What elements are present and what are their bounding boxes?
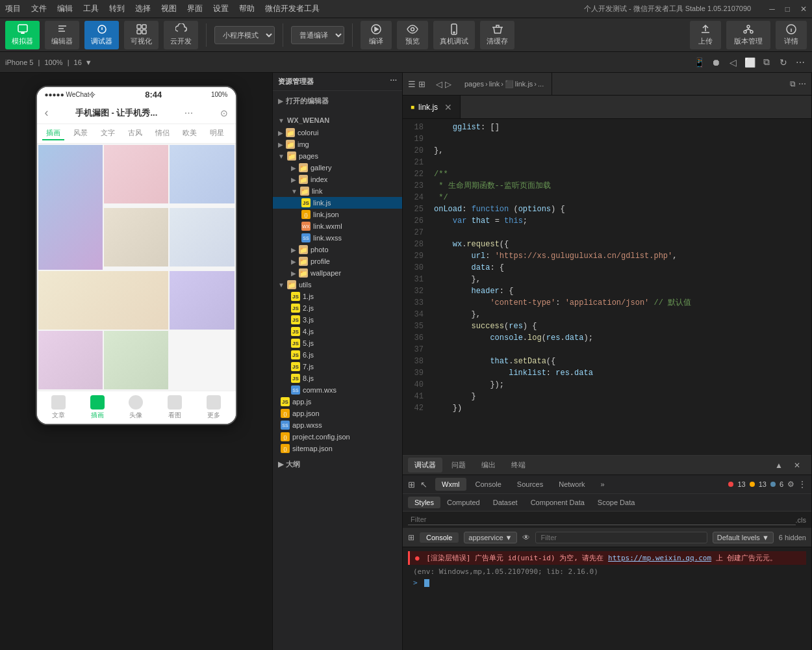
- record-icon[interactable]: ⏺: [709, 56, 722, 69]
- tree-item-appjson[interactable]: {} app.json: [273, 408, 402, 419]
- panel-tab-more[interactable]: »: [594, 478, 611, 491]
- console-eye-icon[interactable]: 👁: [522, 533, 530, 542]
- tree-item-pages[interactable]: ▼ 📁 pages: [273, 150, 402, 162]
- menu-item-project[interactable]: 项目: [5, 3, 21, 14]
- panel-tab-wxml[interactable]: Wxml: [435, 478, 466, 491]
- tree-item-link-js[interactable]: JS link.js: [273, 197, 402, 209]
- phone-nav-avatar[interactable]: 头像: [129, 395, 143, 420]
- phone-grid-item-1[interactable]: [38, 145, 103, 270]
- expand-section[interactable]: ▶ 大纲: [273, 457, 402, 472]
- tree-item-2js[interactable]: JS 2.js: [273, 302, 402, 314]
- panel-tab-console[interactable]: Console: [469, 478, 508, 491]
- nav-back-icon[interactable]: ◁: [436, 79, 442, 89]
- devtools-tab-terminal[interactable]: 终端: [505, 458, 532, 473]
- phone-tab-couple[interactable]: 情侣: [151, 127, 173, 140]
- console-inspect-icon[interactable]: ⊞: [408, 533, 414, 542]
- tree-item-appwxss[interactable]: SS app.wxss: [273, 419, 402, 431]
- phone-tab-celebrity[interactable]: 明星: [206, 127, 228, 140]
- back-icon[interactable]: ◁: [726, 56, 739, 69]
- tree-item-7js[interactable]: JS 7.js: [273, 361, 402, 372]
- menu-item-settings[interactable]: 设置: [213, 3, 229, 14]
- style-tab-dataset[interactable]: Dataset: [487, 497, 524, 508]
- tree-item-6js[interactable]: JS 6.js: [273, 349, 402, 361]
- menu-item-interface[interactable]: 界面: [187, 3, 203, 14]
- close-btn[interactable]: ✕: [800, 5, 807, 14]
- close-panel-icon[interactable]: ✕: [791, 459, 804, 472]
- menu-item-view[interactable]: 视图: [161, 3, 177, 14]
- editor-button[interactable]: 编辑器: [45, 21, 79, 49]
- tree-item-utils[interactable]: ▼ 📁 utils: [273, 279, 402, 291]
- visualize-button[interactable]: 可视化: [124, 21, 159, 49]
- phone-nav-illustration[interactable]: 插画: [90, 395, 105, 420]
- phone-tab-illustration[interactable]: 插画: [42, 127, 64, 140]
- phone-grid-item-6[interactable]: [38, 271, 169, 330]
- console-level-select[interactable]: Default levels ▼: [713, 532, 774, 543]
- debugger-button[interactable]: 调试器: [84, 21, 119, 49]
- panel-tab-network[interactable]: Network: [552, 478, 591, 491]
- phone-grid-item-5[interactable]: [170, 208, 234, 266]
- menu-item-tool[interactable]: 工具: [83, 3, 99, 14]
- style-tab-scope[interactable]: Scope Data: [591, 497, 641, 508]
- tree-item-colorui[interactable]: ▶ 📁 colorui: [273, 127, 402, 138]
- devtools-tab-debugger[interactable]: 调试器: [408, 458, 442, 473]
- phone-grid-item-7[interactable]: [170, 271, 234, 330]
- panel-pointer-icon[interactable]: ↖: [420, 480, 427, 489]
- devtools-tab-output[interactable]: 编出: [475, 458, 502, 473]
- up-icon[interactable]: ▲: [772, 459, 785, 472]
- console-filter-input[interactable]: [535, 532, 707, 543]
- tree-item-3js[interactable]: JS 3.js: [273, 314, 402, 326]
- menu-item-file[interactable]: 文件: [31, 3, 47, 14]
- project-section[interactable]: ▼ WX_WENAN: [273, 114, 402, 127]
- panel-inspect-icon[interactable]: ⊞: [408, 480, 415, 489]
- screen-icon[interactable]: ⬜: [743, 56, 756, 69]
- menu-item-select[interactable]: 选择: [135, 3, 151, 14]
- menu-item-help[interactable]: 帮助: [239, 3, 255, 14]
- phone-grid-item-4[interactable]: [104, 208, 168, 266]
- console-prompt[interactable]: >: [408, 577, 806, 588]
- tree-item-link[interactable]: ▼ 📁 link: [273, 185, 402, 197]
- error-link[interactable]: https://mp.weixin.qq.com: [608, 554, 711, 562]
- tree-item-link-wxml[interactable]: WX link.wxml: [273, 220, 402, 232]
- phone-nav-article[interactable]: 文章: [51, 395, 66, 420]
- phone-icon[interactable]: 📱: [692, 56, 705, 69]
- console-service-select[interactable]: appservice ▼: [464, 532, 516, 543]
- tree-item-gallery[interactable]: ▶ 📁 gallery: [273, 162, 402, 174]
- clear-cache-button[interactable]: 清缓存: [480, 21, 514, 49]
- menu-item-wechat[interactable]: 微信开发者工具: [265, 3, 320, 14]
- compile-button[interactable]: 编译: [361, 21, 392, 49]
- tree-item-img[interactable]: ▶ 📁 img: [273, 138, 402, 150]
- phone-grid-item-9[interactable]: [104, 331, 168, 389]
- compile-type-select[interactable]: 普通编译: [291, 26, 344, 44]
- active-editor-tab[interactable]: ■ link.js ✕: [403, 96, 461, 118]
- style-tab-computed[interactable]: Computed: [440, 497, 487, 508]
- tree-item-index[interactable]: ▶ 📁 index: [273, 174, 402, 185]
- style-tab-component[interactable]: Component Data: [524, 497, 591, 508]
- rotate-icon[interactable]: ↻: [777, 56, 790, 69]
- tree-item-8js[interactable]: JS 8.js: [273, 372, 402, 384]
- tree-item-commwxs[interactable]: SS comm.wxs: [273, 384, 402, 396]
- real-machine-button[interactable]: 真机调试: [433, 21, 475, 49]
- preview-button[interactable]: 预览: [397, 21, 428, 49]
- upload-button[interactable]: 上传: [690, 21, 721, 49]
- console-tab[interactable]: Console: [420, 532, 459, 543]
- code-area[interactable]: 18192021 22232425 26272829 30313233 3435…: [403, 119, 811, 455]
- tree-item-appjs[interactable]: JS app.js: [273, 396, 402, 408]
- phone-grid-item-3[interactable]: [170, 145, 234, 203]
- split-editor-icon[interactable]: ⧉: [790, 79, 796, 88]
- devtools-tab-issues[interactable]: 问题: [445, 458, 472, 473]
- nav-forward-icon[interactable]: ▷: [445, 79, 451, 89]
- phone-grid-item-2[interactable]: [104, 145, 168, 203]
- version-button[interactable]: 版本管理: [726, 21, 770, 49]
- phone-tab-scenery[interactable]: 风景: [70, 127, 92, 140]
- panel-more-icon[interactable]: ⋮: [798, 480, 806, 489]
- panel-settings-icon[interactable]: ⚙: [787, 480, 794, 489]
- layers-icon[interactable]: ⧉: [760, 56, 773, 69]
- bookmark-icon[interactable]: ⊞: [418, 79, 425, 89]
- menu-item-goto[interactable]: 转到: [109, 3, 125, 14]
- phone-nav-gallery[interactable]: 看图: [168, 395, 182, 420]
- tree-item-projectconfig[interactable]: {} project.config.json: [273, 431, 402, 443]
- panel-tab-sources[interactable]: Sources: [511, 478, 550, 491]
- phone-grid-item-8[interactable]: [38, 331, 103, 389]
- style-tab-styles[interactable]: Styles: [408, 497, 440, 508]
- panel-list-icon[interactable]: ☰: [408, 79, 416, 89]
